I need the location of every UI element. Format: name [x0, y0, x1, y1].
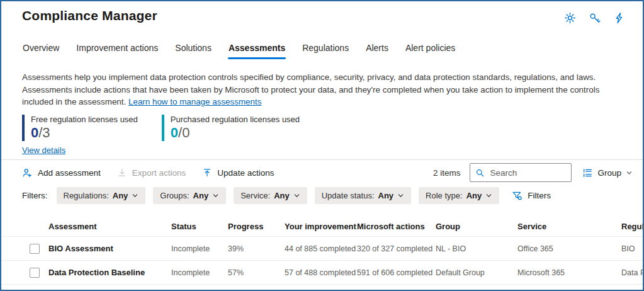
- tab-alerts[interactable]: Alerts: [365, 40, 389, 59]
- filter-funnel-icon: [512, 190, 523, 201]
- search-box[interactable]: [470, 163, 572, 182]
- row-checkbox[interactable]: [30, 268, 40, 278]
- column-your-improvement[interactable]: Your improvement ...: [285, 222, 357, 231]
- items-count: 2 items: [433, 168, 461, 178]
- tab-assessments[interactable]: Assessments: [228, 40, 286, 59]
- tab-regulations[interactable]: Regulations: [302, 40, 349, 59]
- cell-your-improvement: 57 of 488 completed: [285, 268, 357, 277]
- tab-bar: Overview Improvement actions Solutions A…: [22, 40, 456, 59]
- column-assessment[interactable]: Assessment: [48, 222, 171, 231]
- chevron-down-icon: [626, 169, 633, 176]
- filters-button[interactable]: Filters: [512, 190, 551, 201]
- filter-update-status[interactable]: Update status:Any: [315, 187, 411, 204]
- cell-progress: 57%: [228, 268, 285, 277]
- column-regulations[interactable]: Regulations: [621, 222, 644, 231]
- column-microsoft-actions[interactable]: Microsoft actions: [357, 222, 436, 231]
- row-checkbox[interactable]: [30, 244, 40, 254]
- tab-overview[interactable]: Overview: [22, 40, 60, 59]
- table-row-data-protection-baseline[interactable]: Data Protection Baseline Incomplete 57% …: [1, 261, 644, 285]
- free-licenses-value: 0/3: [31, 124, 138, 141]
- table-header: Assessment Status Progress Your improvem…: [1, 216, 644, 237]
- header-actions: [564, 12, 625, 24]
- tab-solutions[interactable]: Solutions: [174, 40, 212, 59]
- filters-row: Filters: Regulations:Any Groups:Any Serv…: [22, 186, 551, 204]
- search-input[interactable]: [490, 168, 566, 178]
- description-text: Assessments help you implement data prot…: [22, 72, 599, 106]
- group-label: Group: [597, 168, 621, 178]
- chevron-down-icon: [397, 192, 404, 199]
- tab-alert-policies[interactable]: Alert policies: [405, 40, 456, 59]
- view-details-link[interactable]: View details: [22, 146, 65, 155]
- cell-regulation: BIO: [621, 244, 644, 253]
- chevron-down-icon: [485, 192, 492, 199]
- filters-label: Filters:: [22, 191, 48, 200]
- filter-role-type[interactable]: Role type:Any: [419, 187, 499, 204]
- cell-status: Incomplete: [171, 244, 228, 253]
- lightning-icon[interactable]: [613, 12, 625, 24]
- key-icon[interactable]: [589, 12, 601, 24]
- cell-assessment-name[interactable]: BIO Assessment: [48, 244, 171, 253]
- cell-regulation: Data Protection Baseline: [621, 268, 644, 277]
- column-service[interactable]: Service: [517, 222, 621, 231]
- table-row-bio-assessment[interactable]: BIO Assessment Incomplete 39% 44 of 885 …: [1, 237, 644, 261]
- purchased-licenses-counter: Purchased regulation licenses used 0/0: [162, 115, 300, 141]
- column-status[interactable]: Status: [171, 222, 228, 231]
- toolbar: Add assessment Export actions Update act…: [22, 160, 633, 185]
- cell-progress: 39%: [228, 244, 285, 253]
- column-progress[interactable]: Progress: [228, 222, 285, 231]
- filter-service[interactable]: Service:Any: [234, 187, 307, 204]
- toolbar-left: Add assessment Export actions Update act…: [22, 168, 274, 178]
- filter-groups[interactable]: Groups:Any: [153, 187, 226, 204]
- update-actions-label: Update actions: [217, 168, 274, 178]
- chevron-down-icon: [293, 192, 300, 199]
- cell-your-improvement: 44 of 885 completed: [285, 244, 357, 253]
- chevron-down-icon: [132, 192, 138, 199]
- learn-how-to-manage-link[interactable]: Learn how to manage assessments: [128, 97, 261, 106]
- cell-service: Office 365: [517, 244, 621, 253]
- toolbar-right: 2 items Group: [433, 163, 633, 182]
- assessments-description: Assessments help you implement data prot…: [22, 71, 621, 108]
- column-group[interactable]: Group: [436, 222, 517, 231]
- cell-service: Microsoft 365: [517, 268, 621, 277]
- purchased-licenses-value: 0/0: [171, 124, 300, 141]
- upload-arrow-icon: [202, 168, 212, 178]
- compliance-manager-window: Compliance Manager Overview Improvement …: [0, 0, 644, 291]
- page-title: Compliance Manager: [22, 8, 157, 23]
- group-dropdown[interactable]: Group: [582, 168, 633, 178]
- settings-gear-icon[interactable]: [564, 12, 576, 24]
- free-licenses-label: Free regulation licenses used: [31, 115, 138, 124]
- add-assessment-label: Add assessment: [38, 168, 101, 178]
- cell-group: NL - BIO: [436, 244, 517, 253]
- chevron-down-icon: [212, 192, 219, 199]
- search-icon: [475, 168, 485, 178]
- add-person-icon: [22, 168, 33, 178]
- export-actions-button: Export actions: [117, 168, 186, 178]
- export-actions-label: Export actions: [132, 168, 186, 178]
- filters-button-label: Filters: [528, 191, 551, 200]
- update-actions-button[interactable]: Update actions: [202, 168, 274, 178]
- cell-group: Default Group: [436, 268, 517, 277]
- tab-improvement-actions[interactable]: Improvement actions: [76, 40, 159, 59]
- cell-microsoft-actions: 320 of 327 completed: [357, 244, 436, 253]
- cell-status: Incomplete: [171, 268, 228, 277]
- filter-regulations[interactable]: Regulations:Any: [57, 187, 146, 204]
- add-assessment-button[interactable]: Add assessment: [22, 168, 101, 178]
- assessments-table: Assessment Status Progress Your improvem…: [1, 216, 644, 285]
- cell-microsoft-actions: 591 of 606 completed: [357, 268, 436, 277]
- download-arrow-icon: [117, 168, 127, 178]
- cell-assessment-name[interactable]: Data Protection Baseline: [48, 268, 171, 277]
- purchased-licenses-label: Purchased regulation licenses used: [171, 115, 300, 124]
- group-list-icon: [582, 168, 593, 178]
- free-licenses-counter: Free regulation licenses used 0/3: [22, 115, 138, 141]
- license-counters: Free regulation licenses used 0/3 Purcha…: [22, 115, 300, 141]
